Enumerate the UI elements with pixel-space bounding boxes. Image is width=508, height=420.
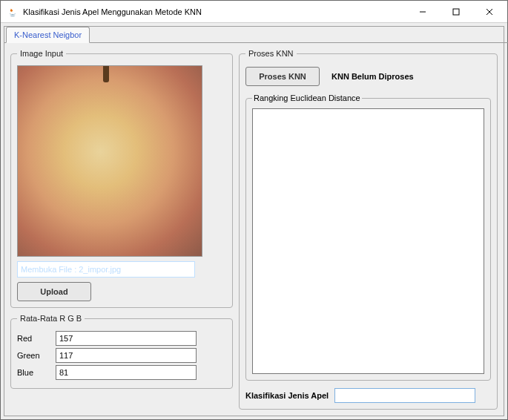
green-field[interactable] xyxy=(56,348,197,363)
rgb-panel: Rata-Rata R G B Red Green Blue xyxy=(10,314,233,389)
titlebar: Klasifikasi Jenis Apel Menggunakan Metod… xyxy=(1,1,507,23)
classification-field[interactable] xyxy=(334,388,475,403)
proses-legend: Proses KNN xyxy=(245,49,297,58)
file-path-field[interactable] xyxy=(17,261,195,278)
upload-button[interactable]: Upload xyxy=(17,282,91,301)
red-field[interactable] xyxy=(56,331,197,346)
tab-knn[interactable]: K-Nearest Neigbor xyxy=(6,27,90,43)
classification-label: Klasifikasi Jenis Apel xyxy=(245,391,329,400)
rgb-legend: Rata-Rata R G B xyxy=(17,314,85,323)
app-window: Klasifikasi Jenis Apel Menggunakan Metod… xyxy=(0,0,508,420)
image-input-panel: Image Input Upload xyxy=(10,49,233,308)
image-preview xyxy=(17,65,202,257)
tabstrip: K-Nearest Neigbor xyxy=(6,26,90,42)
red-label: Red xyxy=(17,334,50,343)
tab-container: K-Nearest Neigbor Image Input Upload Rat… xyxy=(4,26,504,416)
blue-field[interactable] xyxy=(56,365,197,380)
tab-content: Image Input Upload Rata-Rata R G B Red xyxy=(4,43,504,416)
proses-knn-button[interactable]: Proses KNN xyxy=(245,67,320,86)
java-icon xyxy=(7,6,19,18)
ranking-list[interactable] xyxy=(252,108,484,374)
window-title: Klasifikasi Jenis Apel Menggunakan Metod… xyxy=(23,7,406,16)
green-label: Green xyxy=(17,351,50,360)
blue-label: Blue xyxy=(17,368,50,377)
maximize-button[interactable] xyxy=(439,1,472,22)
close-button[interactable] xyxy=(472,1,506,22)
window-controls xyxy=(406,1,506,22)
ranking-legend: Rangking Euclidean Distance xyxy=(252,93,362,102)
svg-rect-1 xyxy=(453,9,459,15)
proses-knn-panel: Proses KNN Proses KNN KNN Belum Diproses… xyxy=(239,49,498,410)
client-area: K-Nearest Neigbor Image Input Upload Rat… xyxy=(1,23,507,419)
knn-status-label: KNN Belum Diproses xyxy=(331,72,414,81)
minimize-button[interactable] xyxy=(406,1,439,22)
ranking-panel: Rangking Euclidean Distance xyxy=(245,93,491,381)
image-input-legend: Image Input xyxy=(17,49,66,58)
